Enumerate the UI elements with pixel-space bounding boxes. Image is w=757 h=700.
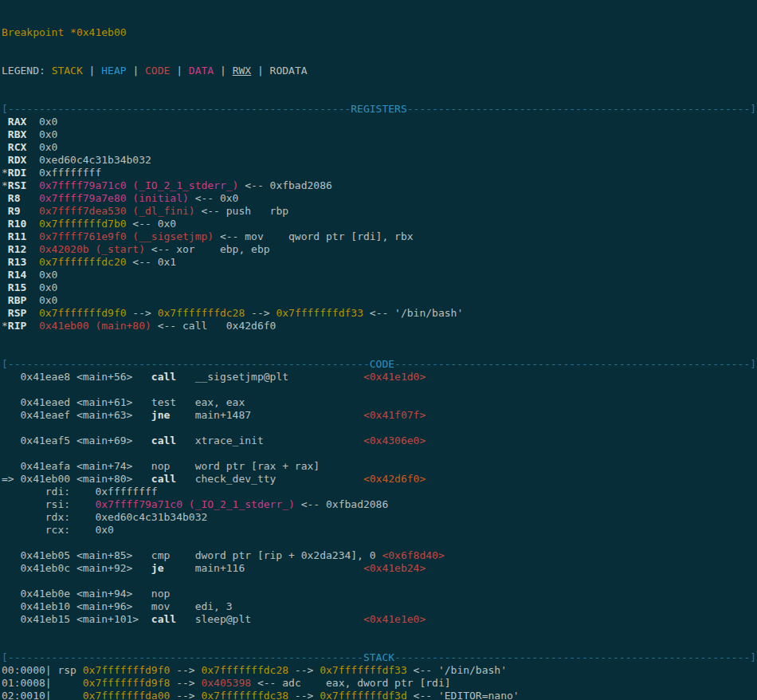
legend-items: STACK | HEAP | CODE | DATA | RWX | RODAT… xyxy=(52,65,308,77)
register-row-rbp: RBP 0x0 xyxy=(2,294,757,307)
code-row-0x41eaed: 0x41eaed <main+61> test eax, eax xyxy=(2,396,757,409)
register-row-r9: R9 0x7ffff7dea530 (_dl_fini) <-- push rb… xyxy=(2,205,757,218)
legend-row: LEGEND: STACK | HEAP | CODE | DATA | RWX… xyxy=(2,65,757,77)
register-row-rip: *RIP 0x41eb00 (main+80) <-- call 0x42d6f… xyxy=(2,320,757,332)
register-row-r12: R12 0x42020b (_start) <-- xor ebp, ebp xyxy=(2,243,757,256)
blank-row xyxy=(2,383,757,396)
breakpoint-status-text: Breakpoint *0x41eb00 xyxy=(2,26,127,38)
register-row-r10: R10 0x7fffffffd7b0 <-- 0x0 xyxy=(2,218,757,230)
blank-row xyxy=(2,422,757,435)
blank-row xyxy=(2,537,757,549)
code-row-0x41eb05: 0x41eb05 <main+85> cmp dword ptr [rip + … xyxy=(2,549,757,562)
stack-section: [---------------------------------------… xyxy=(2,651,757,700)
code-row-0x41eafa: 0x41eafa <main+74> nop word ptr [rax + r… xyxy=(2,460,757,473)
code-row-current-0x41eb00: => 0x41eb00 <main+80> call check_dev_tty… xyxy=(2,473,757,486)
blank-row xyxy=(2,575,757,588)
register-row-r15: R15 0x0 xyxy=(2,281,757,294)
code-operand-row-rdi: rdi: 0xffffffff xyxy=(2,486,757,498)
register-row-rbx: RBX 0x0 xyxy=(2,128,757,141)
registers-section: [---------------------------------------… xyxy=(2,103,757,332)
code-row-0x41eae8: 0x41eae8 <main+56> call __sigsetjmp@plt … xyxy=(2,371,757,383)
code-operand-row-rsi: rsi: 0x7ffff79a71c0 (_IO_2_1_stderr_) <-… xyxy=(2,498,757,511)
register-row-rdi: *RDI 0xffffffff xyxy=(2,167,757,179)
code-row-0x41eaf5: 0x41eaf5 <main+69> call xtrace_init <0x4… xyxy=(2,435,757,447)
debugger-terminal[interactable]: Breakpoint *0x41eb00 LEGEND: STACK | HEA… xyxy=(0,0,757,700)
register-row-r8: R8 0x7ffff79a7e80 (initial) <-- 0x0 xyxy=(2,192,757,205)
register-row-r13: R13 0x7fffffffdc20 <-- 0x1 xyxy=(2,256,757,269)
register-row-r11: R11 0x7ffff761e9f0 (__sigsetjmp) <-- mov… xyxy=(2,230,757,243)
code-row-0x41eb10: 0x41eb10 <main+96> mov edi, 3 xyxy=(2,600,757,613)
section-divider-code: [---------------------------------------… xyxy=(2,358,757,371)
register-row-rsi: *RSI 0x7ffff79a71c0 (_IO_2_1_stderr_) <-… xyxy=(2,179,757,192)
stack-row-01: 01:0008| 0x7fffffffd9f8 --> 0x405398 <--… xyxy=(2,677,757,690)
register-row-r14: R14 0x0 xyxy=(2,269,757,281)
section-divider-registers: [---------------------------------------… xyxy=(2,103,757,116)
code-row-0x41eb0c: 0x41eb0c <main+92> je main+116 <0x41eb24… xyxy=(2,562,757,575)
code-operand-row-rcx: rcx: 0x0 xyxy=(2,524,757,537)
register-row-rsp: RSP 0x7fffffffd9f0 --> 0x7fffffffdc28 --… xyxy=(2,307,757,320)
code-section: [---------------------------------------… xyxy=(2,358,757,626)
breakpoint-status-top: Breakpoint *0x41eb00 xyxy=(2,26,757,39)
code-row-0x41eaef: 0x41eaef <main+63> jne main+1487 <0x41f0… xyxy=(2,409,757,422)
register-row-rdx: RDX 0xed60c4c31b34b032 xyxy=(2,154,757,167)
stack-row-02: 02:0010| 0x7fffffffda00 --> 0x7fffffffdc… xyxy=(2,690,757,700)
code-row-0x41eb0e: 0x41eb0e <main+94> nop xyxy=(2,588,757,600)
blank-row xyxy=(2,447,757,460)
legend-label: LEGEND: xyxy=(2,65,52,77)
register-row-rax: RAX 0x0 xyxy=(2,116,757,128)
stack-row-00: 00:0000| rsp 0x7fffffffd9f0 --> 0x7fffff… xyxy=(2,664,757,677)
code-row-0x41eb15: 0x41eb15 <main+101> call sleep@plt <0x41… xyxy=(2,613,757,626)
code-operand-row-rdx: rdx: 0xed60c4c31b34b032 xyxy=(2,511,757,524)
register-row-rcx: RCX 0x0 xyxy=(2,141,757,154)
section-divider-stack: [---------------------------------------… xyxy=(2,651,757,664)
